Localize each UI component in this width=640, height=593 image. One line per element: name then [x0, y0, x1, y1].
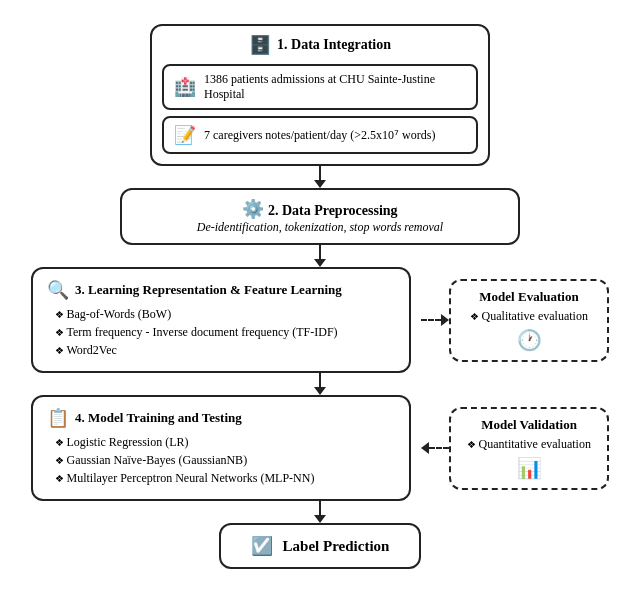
arrow2	[314, 245, 326, 267]
section3-row: 🔍 3. Learning Representation & Feature L…	[10, 267, 630, 373]
dashed-line-val	[429, 447, 449, 449]
section4-title: 📋 4. Model Training and Testing	[47, 407, 395, 429]
model-eval-box: Model Evaluation ❖ Qualitative evaluatio…	[449, 279, 609, 362]
section3-box: 🔍 3. Learning Representation & Feature L…	[31, 267, 411, 373]
model-val-title: Model Validation	[461, 417, 597, 433]
label-prediction-box: ☑️ Label Prediction	[219, 523, 422, 569]
arrow4	[314, 501, 326, 523]
section3-item3: Word2Vec	[55, 343, 395, 358]
section3-title: 🔍 3. Learning Representation & Feature L…	[47, 279, 395, 301]
learning-icon: 🔍	[47, 279, 69, 301]
section1-title: 🗄️ 1. Data Integration	[162, 34, 478, 56]
database-icon: 🗄️	[249, 34, 271, 56]
val-connector: Model Validation ❖ Quantitative evaluati…	[421, 407, 609, 490]
arrow-head-eval	[441, 314, 449, 326]
section4-box: 📋 4. Model Training and Testing Logistic…	[31, 395, 411, 501]
checkbox-icon: ☑️	[251, 535, 273, 557]
section1-box: 🗄️ 1. Data Integration 🏥 1386 patients a…	[150, 24, 490, 166]
arrow1	[314, 166, 326, 188]
section3-list: Bag-of-Words (BoW) Term frequency - Inve…	[47, 307, 395, 358]
model-val-box: Model Validation ❖ Quantitative evaluati…	[449, 407, 609, 490]
arrow-head-val	[421, 442, 429, 454]
section4-item3: Multilayer Perceptron Neural Networks (M…	[55, 471, 395, 486]
clock-icon: 🕐	[461, 328, 597, 352]
section2-box: ⚙️ 2. Data Preprocessing De-identificati…	[120, 188, 520, 245]
section4-item2: Gaussian Naïve-Bayes (GaussianNB)	[55, 453, 395, 468]
section3-item2: Term frequency - Inverse document freque…	[55, 325, 395, 340]
label-prediction-text: Label Prediction	[283, 538, 390, 555]
section3-item1: Bag-of-Words (BoW)	[55, 307, 395, 322]
section2-subtitle: De-identification, tokenization, stop wo…	[136, 220, 504, 235]
arrow3	[314, 373, 326, 395]
notes-icon: 📝	[174, 124, 196, 146]
training-icon: 📋	[47, 407, 69, 429]
data2-box: 📝 7 caregivers notes/patient/day (>2.5x1…	[162, 116, 478, 154]
main-diagram: 🗄️ 1. Data Integration 🏥 1386 patients a…	[10, 24, 630, 569]
model-eval-title: Model Evaluation	[461, 289, 597, 305]
dashed-line-eval	[421, 319, 441, 321]
eval-connector: Model Evaluation ❖ Qualitative evaluatio…	[421, 279, 609, 362]
hospital-icon: 🏥	[174, 76, 196, 98]
section4-list: Logistic Regression (LR) Gaussian Naïve-…	[47, 435, 395, 486]
preprocess-icon: ⚙️	[242, 199, 264, 219]
model-eval-subtitle: ❖ Qualitative evaluation	[461, 309, 597, 324]
data1-box: 🏥 1386 patients admissions at CHU Sainte…	[162, 64, 478, 110]
model-val-subtitle: ❖ Quantitative evaluation	[461, 437, 597, 452]
section4-item1: Logistic Regression (LR)	[55, 435, 395, 450]
chart-icon: 📊	[461, 456, 597, 480]
section2-title: ⚙️ 2. Data Preprocessing	[136, 198, 504, 220]
section4-row: 📋 4. Model Training and Testing Logistic…	[10, 395, 630, 501]
